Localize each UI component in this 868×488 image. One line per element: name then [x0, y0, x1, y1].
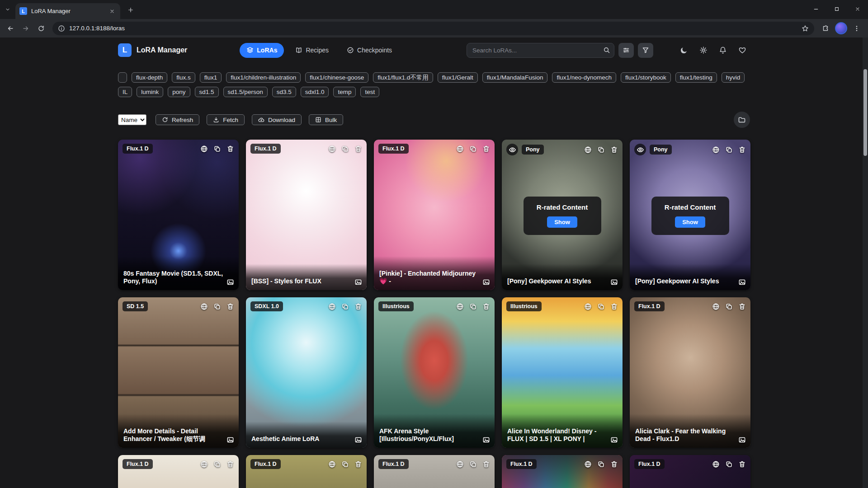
search-icon[interactable]	[603, 47, 610, 54]
folder-tag[interactable]: flux1/flux1.d不常用	[373, 72, 433, 83]
trash-icon[interactable]	[738, 460, 746, 468]
nav-tab-checkpoints[interactable]: Checkpoints	[340, 43, 399, 58]
globe-icon[interactable]	[328, 145, 336, 153]
copy-icon[interactable]	[725, 460, 733, 468]
profile-avatar[interactable]	[835, 22, 847, 34]
folder-tag[interactable]: sd1.5/person	[223, 87, 268, 97]
trash-icon[interactable]	[482, 460, 490, 468]
copy-icon[interactable]	[341, 303, 349, 310]
show-content-button[interactable]: Show	[547, 216, 577, 228]
browser-tab[interactable]: L LoRA Manager	[15, 3, 120, 19]
sort-options-button[interactable]	[618, 43, 634, 58]
folder-tag[interactable]: sd3.5	[272, 87, 296, 97]
maximize-button[interactable]	[826, 0, 847, 18]
scrollbar-track[interactable]	[863, 38, 868, 488]
trash-icon[interactable]	[610, 460, 618, 468]
copy-icon[interactable]	[469, 145, 477, 153]
trash-icon[interactable]	[482, 145, 490, 153]
globe-icon[interactable]	[712, 146, 720, 154]
photo-icon[interactable]	[226, 278, 234, 286]
copy-icon[interactable]	[341, 145, 349, 153]
folder-tag[interactable]: flux1/Geralt	[438, 72, 478, 83]
site-info-icon[interactable]	[58, 25, 65, 32]
globe-icon[interactable]	[584, 146, 592, 154]
lora-card[interactable]: Flux.1 D	[630, 455, 750, 488]
copy-icon[interactable]	[469, 303, 477, 310]
folder-tag[interactable]: flux1/chinese-goose	[305, 72, 368, 83]
lora-card[interactable]: Pony R-rated Content Show [Pony] Geekpow…	[630, 140, 750, 290]
copy-icon[interactable]	[725, 146, 733, 154]
copy-icon[interactable]	[725, 303, 733, 310]
lora-card[interactable]: Flux.1 D [Pinkie] - Enchanted Midjourney…	[374, 140, 495, 290]
copy-icon[interactable]	[597, 303, 605, 310]
photo-icon[interactable]	[226, 436, 234, 444]
trash-icon[interactable]	[226, 145, 234, 153]
copy-icon[interactable]	[597, 146, 605, 154]
settings-button[interactable]	[696, 42, 711, 58]
sort-select[interactable]: Name	[118, 114, 146, 125]
trash-icon[interactable]	[354, 303, 362, 310]
fetch-button[interactable]: Fetch	[207, 114, 245, 125]
trash-icon[interactable]	[738, 146, 746, 154]
filter-button[interactable]	[638, 43, 653, 58]
lora-card[interactable]: Flux.1 D	[246, 455, 367, 488]
folder-tag[interactable]: flux1	[200, 72, 222, 83]
photo-icon[interactable]	[482, 278, 490, 286]
lora-card[interactable]: Flux.1 D	[118, 455, 239, 488]
new-tab-button[interactable]	[124, 3, 137, 17]
bookmark-button[interactable]	[802, 25, 809, 32]
folder-tag[interactable]: hyvid	[722, 72, 745, 83]
scrollbar-thumb[interactable]	[863, 69, 867, 156]
minimize-button[interactable]	[806, 0, 826, 18]
folder-tag[interactable]: lumink	[137, 87, 163, 97]
folder-tag[interactable]: sd1.5	[195, 87, 219, 97]
back-button[interactable]	[3, 21, 18, 36]
trash-icon[interactable]	[738, 303, 746, 310]
lora-card[interactable]: Illustrious AFK Arena Style [Illustrious…	[374, 297, 495, 448]
lora-card[interactable]: Flux.1 D	[374, 455, 495, 488]
copy-icon[interactable]	[213, 460, 221, 468]
folder-tag[interactable]: IL	[118, 87, 132, 97]
globe-icon[interactable]	[712, 303, 720, 310]
lora-card[interactable]: Pony R-rated Content Show [Pony] Geekpow…	[502, 140, 623, 290]
refresh-button[interactable]: Refresh	[156, 114, 199, 125]
globe-icon[interactable]	[712, 460, 720, 468]
globe-icon[interactable]	[328, 303, 336, 310]
bulk-button[interactable]: Bulk	[309, 114, 343, 125]
globe-icon[interactable]	[456, 145, 464, 153]
reload-button[interactable]	[33, 21, 49, 36]
nav-tab-loras[interactable]: LoRAs	[240, 43, 284, 58]
globe-icon[interactable]	[584, 303, 592, 310]
lora-card[interactable]: Flux.1 D	[502, 455, 623, 488]
photo-icon[interactable]	[482, 436, 490, 444]
lora-card[interactable]: SDXL 1.0 Aesthetic Anime LoRA	[246, 297, 367, 448]
show-content-button[interactable]: Show	[675, 216, 705, 228]
globe-icon[interactable]	[200, 145, 208, 153]
nsfw-visibility-toggle[interactable]	[506, 144, 518, 155]
tab-search-button[interactable]	[0, 0, 15, 19]
lora-card[interactable]: SD 1.5 Add More Details - Detail Enhance…	[118, 297, 239, 448]
globe-icon[interactable]	[584, 460, 592, 468]
folder-tag[interactable]: flux-depth	[132, 72, 167, 83]
close-window-button[interactable]	[847, 0, 868, 18]
nav-tab-recipes[interactable]: Recipes	[288, 43, 335, 58]
copy-icon[interactable]	[213, 145, 221, 153]
folder-view-button[interactable]	[734, 112, 750, 128]
address-bar[interactable]: 127.0.0.1:8188/loras	[52, 22, 814, 35]
notifications-button[interactable]	[715, 42, 731, 58]
trash-icon[interactable]	[482, 303, 490, 310]
trash-icon[interactable]	[354, 460, 362, 468]
favorites-button[interactable]	[735, 42, 750, 58]
photo-icon[interactable]	[354, 436, 362, 444]
trash-icon[interactable]	[610, 146, 618, 154]
folder-tag[interactable]: flux1/testing	[675, 72, 717, 83]
trash-icon[interactable]	[226, 303, 234, 310]
lora-card[interactable]: Flux.1 D Alicia Clark - Fear the Walking…	[630, 297, 750, 448]
globe-icon[interactable]	[456, 460, 464, 468]
folder-tag[interactable]: flux.s	[172, 72, 195, 83]
trash-icon[interactable]	[610, 303, 618, 310]
globe-icon[interactable]	[200, 303, 208, 310]
forward-button[interactable]	[18, 21, 33, 36]
photo-icon[interactable]	[610, 278, 618, 286]
photo-icon[interactable]	[354, 278, 362, 286]
